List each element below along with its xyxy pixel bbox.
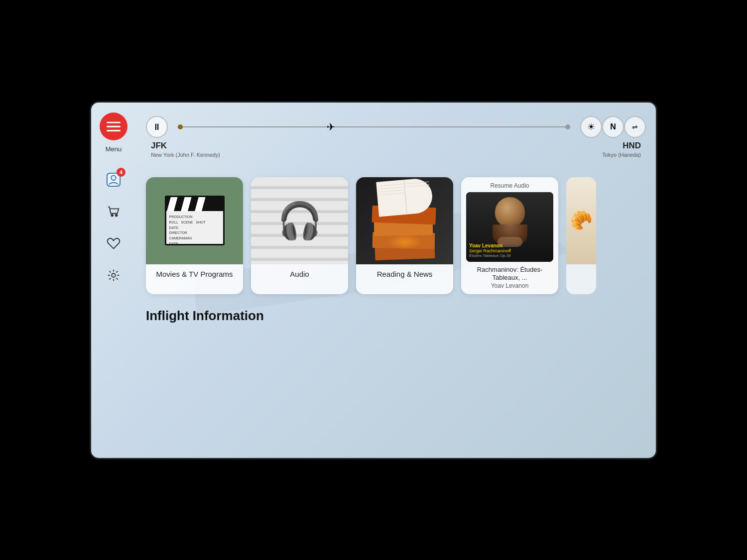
origin-dot	[178, 124, 183, 129]
movies-card-label: Movies & TV Programs	[146, 264, 243, 284]
flight-status-bar: ⏸ ✈ ☀ N ⇌ JFK New York	[136, 112, 656, 162]
dest-name: Tokyo (Haneda)	[602, 152, 641, 158]
svg-point-6	[116, 214, 118, 216]
notification-badge: 4	[117, 168, 125, 177]
album-work: Études-Tableaux Op.39	[469, 253, 550, 258]
reading-card-label: Reading & News	[356, 264, 453, 284]
clapperboard: PRODUCTION ROLL SCENE SHOT DATE: DIRECTO…	[165, 196, 225, 245]
main-content: PRODUCTION ROLL SCENE SHOT DATE: DIRECTO…	[136, 167, 656, 458]
audio-settings-button[interactable]: ⇌	[624, 116, 646, 138]
origin-code: JFK	[151, 141, 220, 151]
inflight-info-heading: Inflight Information	[146, 308, 646, 324]
track-artist: Yoav Levanon	[466, 282, 553, 289]
audio-card-image: 🎧	[251, 177, 348, 264]
headphones-icon: 🎧	[277, 200, 322, 242]
dest-label: HND Tokyo (Haneda)	[602, 141, 641, 158]
cards-row: PRODUCTION ROLL SCENE SHOT DATE: DIRECTO…	[146, 177, 646, 295]
sidebar: Menu 4	[91, 103, 136, 458]
pause-button[interactable]: ⏸	[146, 116, 168, 138]
svg-point-5	[111, 214, 113, 216]
extra-card[interactable]: 🥐	[566, 177, 596, 295]
resume-audio-card[interactable]: Resume Audio	[461, 177, 558, 295]
brightness-button[interactable]: ☀	[580, 116, 602, 138]
audio-card[interactable]: 🎧 Audio	[251, 177, 348, 295]
profile-icon[interactable]: 4	[103, 169, 124, 191]
dest-code: HND	[602, 141, 641, 151]
album-artist: Yoav Levanon	[469, 243, 550, 248]
menu-button[interactable]	[100, 112, 127, 140]
favorites-icon[interactable]	[103, 232, 124, 254]
flight-track: ⏸ ✈ ☀ N ⇌ JFK New York	[146, 116, 646, 158]
inflight-information-section: Inflight Information	[146, 308, 646, 324]
cart-icon[interactable]	[103, 201, 124, 223]
resume-label: Resume Audio	[466, 182, 553, 189]
svg-rect-0	[107, 121, 121, 123]
audio-card-label: Audio	[251, 264, 348, 284]
north-button[interactable]: N	[602, 116, 624, 138]
movies-card-image: PRODUCTION ROLL SCENE SHOT DATE: DIRECTO…	[146, 177, 243, 264]
album-composer: Sergei Rachmaninoff	[469, 248, 550, 253]
track-title: Rachmaninov: Études-Tableaux, ...	[466, 266, 553, 283]
extra-card-image: 🥐	[566, 177, 596, 264]
origin-label: JFK New York (John F. Kennedy)	[151, 141, 220, 158]
settings-icon[interactable]	[103, 264, 124, 286]
album-text: Yoav Levanon Sergei Rachmaninoff Études-…	[469, 243, 550, 258]
svg-rect-2	[107, 130, 121, 131]
plane-icon: ✈	[327, 121, 335, 133]
reading-card-image	[356, 177, 453, 264]
dest-dot	[565, 124, 570, 129]
movies-card[interactable]: PRODUCTION ROLL SCENE SHOT DATE: DIRECTO…	[146, 177, 243, 295]
origin-name: New York (John F. Kennedy)	[151, 152, 220, 158]
svg-point-7	[112, 273, 116, 277]
reading-card[interactable]: Reading & News	[356, 177, 453, 295]
menu-label: Menu	[106, 145, 122, 153]
album-art: Yoav Levanon Sergei Rachmaninoff Études-…	[466, 192, 553, 262]
svg-rect-1	[107, 125, 121, 127]
